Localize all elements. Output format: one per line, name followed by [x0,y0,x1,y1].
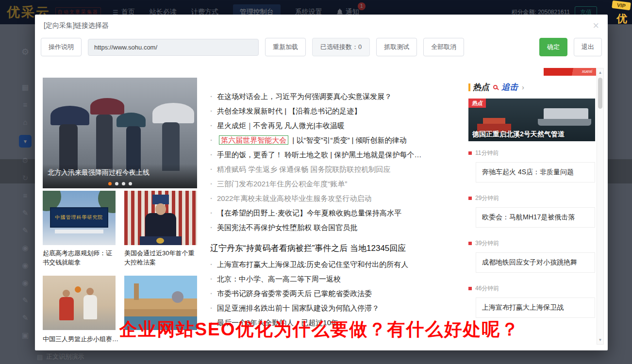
hot-badge: 热点 [468,99,486,108]
news-photo-basketball[interactable] [43,276,116,330]
cancel-all-button[interactable]: 全部取消 [423,38,464,56]
carousel-dot[interactable] [129,182,132,185]
hot-item-title[interactable]: 上海宣布打赢大上海保卫战 [476,298,595,318]
news-headline[interactable]: 美国宪法不再保护女性堕胎权 联合国官员批 [210,220,465,235]
photo-caption[interactable]: 起底高考志愿规划师：证书交钱就能拿 [43,248,116,267]
hot-item[interactable]: 11分钟前 奔驰车起火 4S店：非质量问题 [468,149,595,182]
bullet-square-icon [468,151,472,155]
url-input[interactable] [88,39,259,56]
scrollbar[interactable]: ▲ ▼ [597,68,604,345]
dome-shape [172,291,183,303]
player-head-shape [63,290,70,297]
accent-bar [468,83,470,91]
crawl-test-button[interactable]: 抓取测试 [376,38,417,56]
hot-item-time: 29分钟前 [475,194,499,202]
bullet-square-icon [468,242,472,245]
news-headline[interactable]: 国足亚洲排名跌出前十 国家队建设为何陷入停滞？ [210,301,465,315]
hot-item[interactable]: 39分钟前 成都地铁回应女子对小孩跳艳舞 [468,239,595,273]
bullet-square-icon [468,287,472,290]
hot-item-list: 11分钟前 奔驰车起火 4S店：非质量问题 29分钟前 欧委会：马航MH17是被… [468,149,595,318]
exit-button[interactable]: 退出 [574,38,602,56]
hot-item-time-row: 29分钟前 [468,194,595,202]
player-shape [59,297,74,320]
news-headline[interactable]: 2022年离校未就业高校毕业生服务攻坚行动启动 [210,191,465,206]
umbrella-shape [90,98,124,115]
speaker-shape [145,213,176,237]
coin-logo-badge: 优 [616,12,627,26]
news-photo-congress[interactable] [124,191,197,245]
hot-item-title[interactable]: 奔驰车起火 4S店：非质量问题 [476,162,595,182]
reload-button[interactable]: 重新加载 [265,38,306,56]
player-head-shape [86,288,94,295]
headline-rest: | 以“智变”引“质变” | 倾听创新的律动 [290,136,406,144]
photo-caption[interactable]: 美国会通过近30年首个重大控枪法案 [124,248,197,267]
modal-title: [定向采集]链接选择器 [44,21,109,30]
news-headline[interactable]: 市委书记跻身省委常委两天后 已掌舵省委政法委 [210,286,465,301]
news-headline[interactable]: 上海宣布打赢大上海保卫战:历史会记住坚守和付出的所有人 [210,257,465,272]
screen: 优采云 自动文章采集器 ☰ 首页 站长必读 计费方式 管理控制台 系统设置 通知 [0,0,632,364]
hot-lead-image[interactable]: 热点 德国正重启北溪2号天然气管道 [468,99,595,141]
umbrella-shape [152,103,194,123]
news-photo-academy[interactable]: 中國管理科學研究院 [43,191,116,245]
hot-item-time: 46分钟前 [475,284,499,293]
hot-title: 热点 [473,82,489,93]
promo-banner-image[interactable]: xuexi [544,68,596,76]
hot-item-time-row: 39分钟前 [468,239,595,248]
ship-hull-shape [538,119,591,126]
news-headline[interactable]: 共创全球发展新时代 | 【沿着总书记的足迹】 [210,104,465,118]
embedded-webpage: xuexi 北方入汛来最强降雨过程今夜上线 [43,68,596,345]
chase-title: 追击 [501,82,518,93]
chevron-right-icon: › [522,83,524,91]
news-headline[interactable]: 手里的饭，更香了！ 聆听土地之歌 | 保护黑土地就是保护每个… [210,148,465,162]
hot-item-title[interactable]: 欧委会：马航MH17是被俄击落 [476,207,595,228]
seo-overlay-text: 企业网站SEO优化为什么要做？有什么好处呢？ [119,317,519,342]
news-headline[interactable]: 三部门发布2021年住房公积金年度“账单” [210,177,465,191]
modal-toolbar: 操作说明 重新加载 已选链接数：0 抓取测试 全部取消 确定 退出 [35,37,608,57]
player-shape [83,295,97,319]
news-headline-lead[interactable]: 辽宁丹东“持黄码者看病被拦”事件之后 当地12345回应 [210,240,465,257]
hot-panel-header[interactable]: 热点 追击 › [468,82,595,93]
link-selector-modal: [定向采集]链接选择器 × 操作说明 重新加载 已选链接数：0 抓取测试 全部取… [35,15,608,350]
scroll-down-icon[interactable]: ▼ [599,336,602,344]
news-headline[interactable]: 【在希望的田野上·麦收记】今年夏粮收购总量保持高水平 [210,206,465,220]
ship-shape [544,108,588,120]
carousel-dot[interactable] [122,182,125,185]
carousel-dot[interactable] [108,182,112,185]
person-shape [162,122,180,171]
magnifier-icon [493,85,498,89]
hot-news-panel: 热点 追击 › 热点 德国正重启北溪2号天然气管道 11分钟前 奔驰 [468,82,595,330]
news-headline-selected[interactable]: 第六届世界智能大会 | 以“智变”引“质变” | 倾听创新的律动 [210,133,465,148]
news-headline[interactable]: 星火成炬｜不舍再见 凡人微光|丰收温暖 [210,118,465,133]
news-headline[interactable]: 北京：中小学、高一高二等下周一返校 [210,272,465,286]
hot-item-title[interactable]: 成都地铁回应女子对小孩跳艳舞 [476,252,595,273]
hot-item[interactable]: 46分钟前 上海宣布打赢大上海保卫战 [468,284,595,318]
carousel-dot[interactable] [115,182,118,185]
news-headline[interactable]: 在这场对话会上，习近平为何强调要真心实意谋发展？ [210,89,465,104]
seal-shape [156,238,164,244]
hot-lead-caption: 德国正重启北溪2号天然气管道 [472,130,565,139]
hot-item-time: 39分钟前 [475,239,499,248]
bullet-square-icon [468,197,472,200]
carousel-dots [43,182,197,185]
scroll-up-icon[interactable]: ▲ [599,68,602,77]
hot-item[interactable]: 29分钟前 欧委会：马航MH17是被俄击落 [468,194,595,228]
plaque-base-shape [55,230,103,233]
modal-header: [定向采集]链接选择器 × [35,15,608,37]
hot-item-time: 11分钟前 [475,149,499,157]
hot-item-time-row: 11分钟前 [468,149,595,157]
scrollbar-thumb[interactable] [598,78,602,109]
person-shape [96,115,113,169]
help-button[interactable]: 操作说明 [41,38,82,56]
container-shape [483,118,505,124]
confirm-button[interactable]: 确定 [539,38,567,56]
carousel-main-image[interactable]: 北方入汛来最强降雨过程今夜上线 [43,78,197,188]
news-headline[interactable]: 精准赋码 学生返乡 保通保畅 国务院联防联控机制回应 [210,162,465,177]
hot-item-time-row: 46分钟前 [468,284,595,293]
academy-plaque: 中國管理科學研究院 [50,207,108,228]
speaker-head-shape [155,203,166,215]
flag-union-shape [152,195,169,204]
tower-shape [134,283,139,300]
close-icon[interactable]: × [593,20,599,31]
umbrella-shape [116,113,146,127]
selected-link-highlight[interactable]: 第六届世界智能大会 [219,135,288,145]
